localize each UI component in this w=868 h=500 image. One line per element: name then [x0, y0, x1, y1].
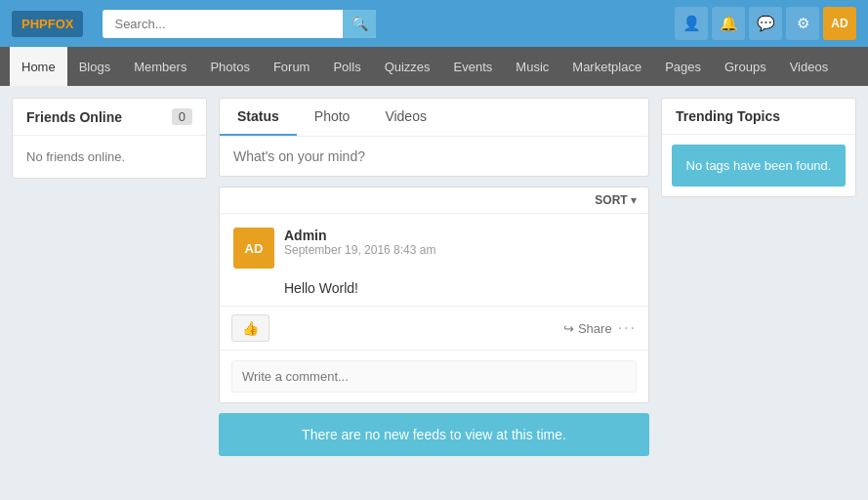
settings-icon: ⚙ — [797, 15, 809, 32]
header-icons: 👤 🔔 💬 ⚙ AD — [675, 7, 856, 40]
post-input-area — [220, 137, 648, 176]
nav-item-blogs[interactable]: Blogs — [67, 47, 123, 86]
messages-button[interactable]: 💬 — [749, 7, 782, 40]
logo: PHPFOX — [12, 11, 83, 37]
right-sidebar: Trending Topics No tags have been found. — [661, 98, 856, 456]
add-user-icon: 👤 — [682, 15, 701, 32]
like-button[interactable]: 👍 — [231, 314, 269, 342]
comment-area — [220, 350, 648, 402]
trending-topics-body: No tags have been found. — [662, 135, 855, 196]
center-content: Status Photo Videos SORT ▾ AD Admin Sept… — [219, 98, 649, 456]
user-avatar-button[interactable]: AD — [823, 7, 856, 40]
nav-item-photos[interactable]: Photos — [198, 47, 261, 86]
friends-online-card: Friends Online 0 No friends online. — [12, 98, 207, 179]
search-button[interactable]: 🔍 — [343, 10, 376, 38]
add-user-button[interactable]: 👤 — [675, 7, 708, 40]
feed-card: SORT ▾ AD Admin September 19, 2016 8:43 … — [219, 187, 649, 403]
post-body: Hello World! — [220, 276, 648, 306]
more-options-button[interactable]: ··· — [618, 319, 637, 337]
friends-online-title: Friends Online — [26, 109, 122, 125]
left-sidebar: Friends Online 0 No friends online. — [12, 98, 207, 456]
avatar: AD — [233, 228, 274, 269]
no-tags-text: No tags have been found. — [672, 145, 846, 187]
friends-count-badge: 0 — [172, 108, 192, 125]
main-layout: Friends Online 0 No friends online. Stat… — [0, 86, 868, 468]
tab-photo[interactable]: Photo — [297, 99, 368, 136]
nav-item-quizzes[interactable]: Quizzes — [373, 47, 442, 86]
main-nav: Home Blogs Members Photos Forum Polls Qu… — [0, 47, 868, 86]
nav-item-events[interactable]: Events — [442, 47, 505, 86]
bell-icon: 🔔 — [720, 15, 738, 32]
share-icon: ↪ — [563, 321, 574, 336]
thumbs-up-icon: 👍 — [242, 320, 259, 336]
post-input[interactable] — [233, 148, 635, 164]
friends-online-header: Friends Online 0 — [13, 99, 206, 136]
share-label: Share — [578, 321, 612, 336]
post-date: September 19, 2016 8:43 am — [284, 243, 435, 257]
sort-bar[interactable]: SORT ▾ — [220, 188, 648, 214]
nav-item-pages[interactable]: Pages — [653, 47, 713, 86]
user-avatar-label: AD — [831, 17, 847, 30]
header: PHPFOX 🔍 👤 🔔 💬 ⚙ AD — [0, 0, 868, 47]
tab-videos[interactable]: Videos — [367, 99, 444, 136]
nav-item-forum[interactable]: Forum — [262, 47, 322, 86]
trending-topics-card: Trending Topics No tags have been found. — [661, 98, 856, 197]
chat-icon: 💬 — [757, 15, 775, 32]
settings-button[interactable]: ⚙ — [786, 7, 819, 40]
post-box: Status Photo Videos — [219, 98, 649, 177]
post-actions: 👍 ↪ Share ··· — [220, 306, 648, 350]
notifications-button[interactable]: 🔔 — [712, 7, 745, 40]
nav-item-marketplace[interactable]: Marketplace — [560, 47, 653, 86]
nav-item-members[interactable]: Members — [122, 47, 198, 86]
nav-item-videos[interactable]: Videos — [778, 47, 841, 86]
comment-input[interactable] — [231, 360, 637, 393]
ellipsis-icon: ··· — [618, 319, 637, 336]
search-icon: 🔍 — [351, 16, 368, 31]
post-tabs: Status Photo Videos — [220, 99, 648, 137]
logo-prefix: PHP — [21, 17, 48, 31]
search-wrapper: 🔍 — [103, 10, 376, 38]
share-button[interactable]: ↪ Share — [563, 321, 612, 336]
logo-highlight: FOX — [48, 17, 74, 31]
sort-label: SORT — [595, 193, 627, 207]
no-feeds-banner: There are no new feeds to view at this t… — [219, 413, 649, 456]
search-input[interactable] — [103, 10, 376, 38]
post-author: Admin — [284, 228, 435, 243]
nav-item-polls[interactable]: Polls — [321, 47, 372, 86]
nav-item-groups[interactable]: Groups — [713, 47, 778, 86]
nav-item-music[interactable]: Music — [504, 47, 560, 86]
post-meta: Admin September 19, 2016 8:43 am — [284, 228, 435, 257]
no-friends-text: No friends online. — [26, 149, 125, 164]
post-header: AD Admin September 19, 2016 8:43 am — [220, 214, 648, 276]
friends-online-body: No friends online. — [13, 136, 206, 178]
nav-item-home[interactable]: Home — [10, 47, 67, 86]
tab-status[interactable]: Status — [220, 99, 297, 136]
trending-topics-title: Trending Topics — [662, 99, 855, 135]
